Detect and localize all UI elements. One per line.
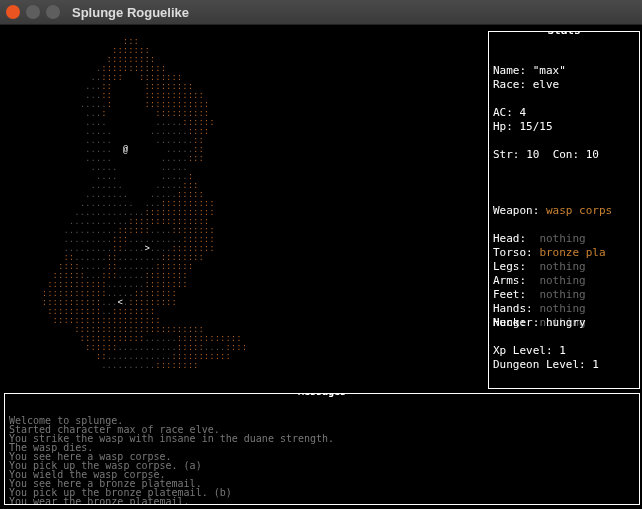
arms-value: nothing	[539, 274, 585, 287]
con-value: 10	[586, 148, 599, 161]
race-value: elve	[533, 78, 560, 91]
hunger-label: Hunger:	[493, 316, 539, 329]
weapon-label: Weapon:	[493, 204, 539, 217]
stats-bottom: Hunger: hungry Xp Level: 1 Dungeon Level…	[493, 302, 635, 386]
legs-label: Legs:	[493, 260, 526, 273]
xp-value: 1	[559, 344, 566, 357]
hp-value: 15/15	[520, 120, 553, 133]
player-glyph: @	[123, 145, 128, 155]
feet-label: Feet:	[493, 288, 526, 301]
hunger-value: hungry	[546, 316, 586, 329]
messages-header: Messages	[294, 393, 350, 396]
dungeon-label: Dungeon Level:	[493, 358, 586, 371]
window-titlebar: Splunge Roguelike	[0, 0, 642, 25]
dungeon-map[interactable]: ::: ::::::: ::::::::: .:::::::::::: ..::…	[4, 29, 482, 389]
messages-panel: Messages Welcome to splunge. Started cha…	[4, 393, 640, 505]
game-area[interactable]: ::: ::::::: ::::::::: .:::::::::::: ..::…	[0, 25, 642, 509]
dungeon-value: 1	[592, 358, 599, 371]
str-value: 10	[526, 148, 539, 161]
xp-label: Xp Level:	[493, 344, 553, 357]
feet-value: nothing	[539, 288, 585, 301]
minimize-icon[interactable]	[26, 5, 40, 19]
stats-panel: Stats Name: "max" Race: elve AC: 4 Hp: 1…	[488, 31, 640, 389]
arms-label: Arms:	[493, 274, 526, 287]
head-value: nothing	[539, 232, 585, 245]
hp-label: Hp:	[493, 120, 513, 133]
window-title: Splunge Roguelike	[72, 5, 189, 20]
stats-header: Stats	[543, 31, 584, 38]
ac-value: 4	[520, 106, 527, 119]
head-label: Head:	[493, 232, 526, 245]
message-line: You wear the bronze platemail.	[9, 496, 190, 505]
con-label: Con:	[553, 148, 580, 161]
race-label: Race:	[493, 78, 526, 91]
torso-value: bronze pla	[539, 246, 605, 259]
name-value: "max"	[533, 64, 566, 77]
torso-label: Torso:	[493, 246, 533, 259]
legs-value: nothing	[539, 260, 585, 273]
ac-label: AC:	[493, 106, 513, 119]
name-label: Name:	[493, 64, 526, 77]
weapon-value: wasp corps	[546, 204, 612, 217]
maximize-icon[interactable]	[46, 5, 60, 19]
str-label: Str:	[493, 148, 520, 161]
close-icon[interactable]	[6, 5, 20, 19]
